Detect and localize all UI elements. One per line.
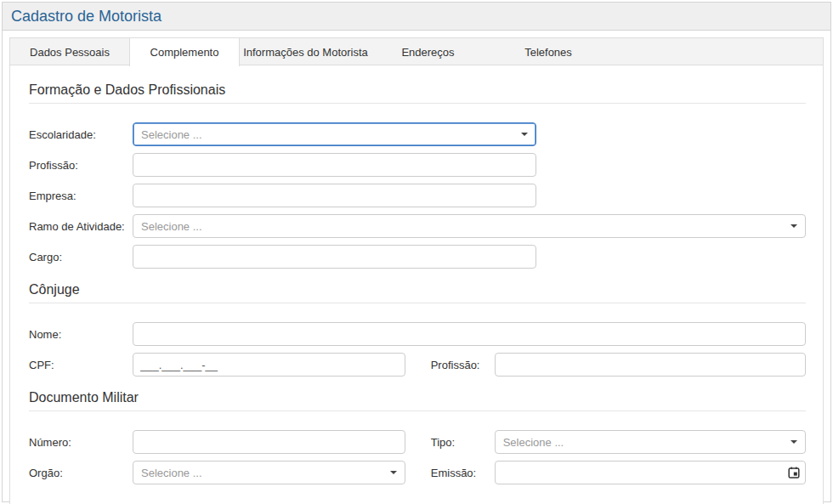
row-escolaridade: Escolaridade: Selecione ... (29, 122, 806, 146)
profissao-label: Profissão: (29, 159, 133, 172)
ramo-atividade-label: Ramo de Atividade: (29, 220, 133, 233)
row-conjuge-cpf-profissao: CPF: Profissão: (29, 353, 806, 377)
tab-dados-pessoais[interactable]: Dados Pessoais (10, 38, 129, 65)
tab-label: Endereços (401, 46, 454, 59)
nome-label: Nome: (29, 328, 133, 341)
tab-label: Informações do Motorista (243, 46, 368, 59)
orgao-label: Orgão: (29, 467, 133, 479)
section-title-formacao: Formação e Dados Profissionais (29, 82, 806, 104)
driver-registration-panel: Cadastro de Motorista Dados Pessoais Com… (2, 2, 831, 502)
cargo-label: Cargo: (29, 251, 133, 263)
section-title-documento-militar: Documento Militar (29, 390, 806, 411)
panel-body: Dados Pessoais Complemento Informações d… (3, 31, 830, 504)
tab-panel: Dados Pessoais Complemento Informações d… (9, 37, 824, 504)
empresa-label: Empresa: (29, 190, 133, 202)
numero-label: Número: (29, 436, 133, 449)
escolaridade-placeholder: Selecione ... (141, 128, 202, 141)
orgao-placeholder: Selecione ... (141, 467, 202, 479)
row-numero-tipo: Número: Tipo: Selecione ... (29, 430, 806, 454)
ramo-atividade-select[interactable]: Selecione ... (133, 214, 806, 238)
conjuge-cpf-input[interactable] (133, 353, 405, 377)
tipo-placeholder: Selecione ... (503, 436, 564, 449)
tab-complemento[interactable]: Complemento (129, 38, 240, 66)
row-profissao: Profissão: (29, 153, 806, 177)
chevron-down-icon (790, 440, 797, 444)
conjuge-profissao-label: Profissão: (431, 359, 495, 371)
emissao-label: Emissão: (431, 467, 495, 479)
section-title-conjuge: Cônjuge (29, 282, 806, 303)
tipo-select[interactable]: Selecione ... (495, 430, 806, 454)
tab-label: Telefones (524, 46, 572, 59)
cpf-label: CPF: (29, 359, 133, 371)
row-conjuge-nome: Nome: (29, 322, 806, 346)
tab-label: Complemento (150, 46, 219, 59)
tab-strip: Dados Pessoais Complemento Informações d… (10, 38, 823, 65)
panel-heading: Cadastro de Motorista (3, 3, 830, 31)
tab-telefones[interactable]: Telefones (484, 38, 612, 65)
row-ramo-atividade: Ramo de Atividade: Selecione ... (29, 214, 806, 238)
tab-label: Dados Pessoais (30, 46, 110, 59)
tab-enderecos[interactable]: Endereços (371, 38, 484, 65)
orgao-select[interactable]: Selecione ... (133, 461, 405, 484)
tab-content: Formação e Dados Profissionais Escolarid… (10, 65, 823, 504)
conjuge-profissao-input[interactable] (495, 353, 806, 377)
escolaridade-select[interactable]: Selecione ... (133, 122, 536, 146)
row-cargo: Cargo: (29, 245, 806, 269)
escolaridade-label: Escolaridade: (29, 128, 133, 141)
row-empresa: Empresa: (29, 184, 806, 207)
row-orgao-emissao: Orgão: Selecione ... Emissão: (29, 461, 806, 484)
profissao-input[interactable] (133, 153, 536, 177)
chevron-down-icon (521, 133, 528, 136)
empresa-input[interactable] (133, 184, 536, 207)
emissao-date-field (495, 461, 806, 484)
conjuge-nome-input[interactable] (133, 322, 806, 346)
tipo-label: Tipo: (431, 436, 495, 449)
cargo-input[interactable] (133, 245, 536, 269)
chevron-down-icon (790, 224, 797, 228)
calendar-icon[interactable] (788, 467, 800, 479)
chevron-down-icon (390, 471, 397, 474)
page-title: Cadastro de Motorista (11, 8, 162, 25)
tab-informacoes-motorista[interactable]: Informações do Motorista (240, 38, 371, 65)
emissao-date-input[interactable] (495, 461, 806, 484)
ramo-atividade-placeholder: Selecione ... (141, 220, 202, 233)
documento-numero-input[interactable] (133, 430, 405, 454)
